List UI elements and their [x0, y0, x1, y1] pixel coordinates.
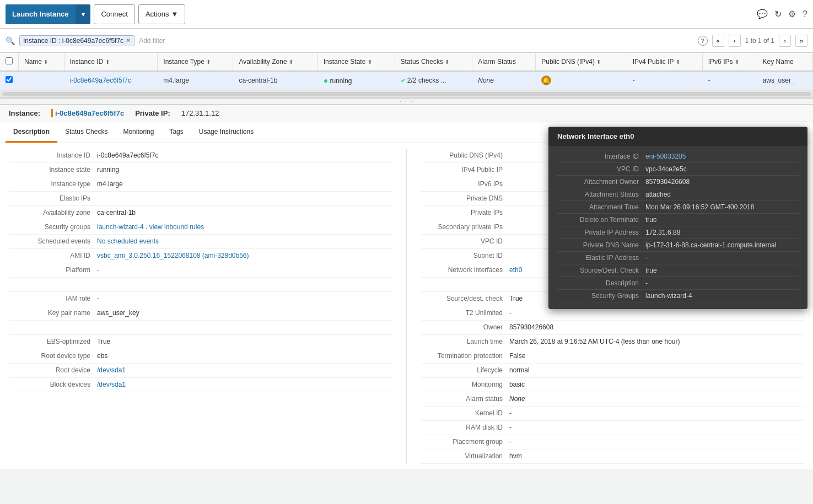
resize-handle[interactable]: · · ·: [0, 98, 813, 105]
desc-row-ami-id: AMI ID vsbc_ami_3.0.250.16_1522068108 (a…: [9, 249, 392, 263]
label-lifecycle: Lifecycle: [421, 366, 509, 374]
nic-row-attachment-status: Attachment Status attached: [557, 188, 799, 201]
label-vpc-id: VPC ID: [421, 237, 509, 245]
cell-public-dns: 🔔: [536, 71, 627, 90]
launch-instance-dropdown[interactable]: ▼: [76, 4, 91, 24]
cell-status-checks: ✔ 2/2 checks ...: [395, 71, 472, 90]
tab-tags[interactable]: Tags: [161, 122, 191, 143]
value-iam-role: -: [97, 295, 392, 302]
launch-instance-button-group[interactable]: Launch Instance ▼: [6, 4, 90, 24]
pagination-prev-button[interactable]: ‹: [729, 35, 741, 47]
value-termination-protection: False: [509, 352, 804, 360]
add-filter-button[interactable]: Add filter: [139, 37, 165, 45]
desc-row-key-pair: Key pair name aws_user_key: [9, 306, 392, 321]
table-row[interactable]: i-0c8e649a7ec6f5f7c m4.large ca-central-…: [0, 71, 813, 90]
nic-value-private-dns-name: ip-172-31-6-88.ca-central-1.compute.inte…: [645, 241, 799, 249]
label-ebs-optimized: EBS-optimized: [9, 338, 97, 345]
col-alarm-status[interactable]: Alarm Status: [472, 53, 536, 71]
connect-button[interactable]: Connect: [94, 4, 134, 24]
ami-link[interactable]: vsbc_ami_3.0.250.16_1522068108 (ami-328d…: [97, 252, 249, 259]
filter-bar: 🔍 Instance ID : i-0c8e649a7ec6f5f7c ✕ Ad…: [0, 29, 813, 53]
col-ipv4[interactable]: IPv4 Public IP ⬍: [627, 53, 702, 71]
nic-label-attachment-status: Attachment Status: [557, 191, 645, 198]
select-all-checkbox-cell[interactable]: [0, 53, 19, 71]
horizontal-scrollbar[interactable]: [0, 90, 813, 98]
label-t2-unlimited: T2 Unlimited: [421, 309, 509, 317]
label-platform: Platform: [9, 266, 97, 274]
label-instance-type: Instance type: [9, 180, 97, 188]
nic-row-attachment-time: Attachment Time Mon Mar 26 09:16:52 GMT-…: [557, 201, 799, 214]
label-key-pair: Key pair name: [9, 309, 97, 317]
security-group-link[interactable]: launch-wizard-4: [97, 223, 144, 231]
cell-alarm-status: None: [472, 71, 536, 90]
network-interface-link[interactable]: eth0: [509, 266, 522, 274]
chat-icon[interactable]: 💬: [757, 9, 768, 19]
tab-status-checks[interactable]: Status Checks: [57, 122, 115, 143]
launch-instance-button[interactable]: Launch Instance: [6, 4, 76, 24]
desc-row-root-device-type: Root device type ebs: [9, 349, 392, 364]
label-network-interfaces: Network interfaces: [421, 266, 509, 274]
cell-name: [19, 71, 64, 90]
label-ram-disk-id: RAM disk ID: [421, 424, 509, 431]
tab-description[interactable]: Description: [6, 122, 57, 143]
col-public-dns[interactable]: Public DNS (IPv4) ⬍: [536, 53, 627, 71]
tab-monitoring[interactable]: Monitoring: [115, 122, 161, 143]
nic-value-vpc-id: vpc-34ce2e5c: [645, 165, 799, 173]
nic-label-private-ip: Private IP Address: [557, 229, 645, 236]
value-root-device-type: ebs: [97, 352, 392, 360]
nic-value-description: -: [645, 279, 799, 287]
col-ipv6[interactable]: IPv6 IPs ⬍: [702, 53, 757, 71]
desc-row-scheduled-events: Scheduled events No scheduled events: [9, 235, 392, 249]
interface-id-link[interactable]: eni-50033205: [645, 153, 686, 160]
value-instance-id: i-0c8e649a7ec6f5f7c: [97, 151, 392, 159]
nic-value-source-dest-check: true: [645, 267, 799, 274]
nic-row-attachment-owner: Attachment Owner 857930426608: [557, 176, 799, 188]
desc-row-instance-state: Instance state running: [9, 163, 392, 177]
col-instance-state[interactable]: Instance State ⬍: [317, 53, 395, 71]
instance-id-value: i-0c8e649a7ec6f5f7c: [51, 109, 124, 117]
value-monitoring: basic: [509, 381, 804, 388]
nic-row-elastic-ip: Elastic IP Address -: [557, 252, 799, 264]
label-security-groups: Security groups: [9, 223, 97, 231]
tab-usage-instructions[interactable]: Usage Instructions: [191, 122, 261, 143]
refresh-icon[interactable]: ↻: [774, 9, 782, 19]
nic-row-private-ip: Private IP Address 172.31.6.88: [557, 226, 799, 239]
root-device-link[interactable]: /dev/sda1: [97, 366, 126, 374]
private-ip-value: 172.31.1.12: [181, 109, 219, 117]
block-devices-link[interactable]: /dev/sda1: [97, 381, 126, 388]
desc-row-lifecycle: Lifecycle normal: [421, 364, 804, 378]
pagination-next-button[interactable]: ›: [779, 35, 791, 47]
value-kernel-id: -: [509, 409, 804, 417]
view-inbound-rules-link[interactable]: view inbound rules: [149, 223, 204, 231]
row-checkbox[interactable]: [6, 76, 13, 83]
col-availability-zone[interactable]: Availability Zone ⬍: [233, 53, 317, 71]
label-kernel-id: Kernel ID: [421, 409, 509, 417]
label-placement-group: Placement group: [421, 438, 509, 446]
cell-az: ca-central-1b: [233, 71, 317, 90]
desc-row-alarm-status: Alarm status None: [421, 392, 804, 407]
pagination-first-button[interactable]: «: [712, 35, 724, 47]
nic-row-delete-on-terminate: Delete on Terminate true: [557, 214, 799, 226]
col-status-checks[interactable]: Status Checks ⬍: [395, 53, 472, 71]
help-icon[interactable]: ?: [803, 9, 807, 19]
help-circle-icon[interactable]: ?: [698, 36, 708, 46]
nic-label-elastic-ip: Elastic IP Address: [557, 254, 645, 262]
nic-value-interface-id: eni-50033205: [645, 153, 799, 160]
desc-row-ram-disk-id: RAM disk ID -: [421, 421, 804, 435]
desc-row-instance-type: Instance type m4.large: [9, 177, 392, 192]
desc-row-kernel-id: Kernel ID -: [421, 407, 804, 421]
col-name[interactable]: Name ⬍: [19, 53, 64, 71]
col-instance-id[interactable]: Instance ID ⬆: [64, 53, 158, 71]
pagination-last-button[interactable]: »: [795, 35, 807, 47]
filter-tag-close-icon[interactable]: ✕: [126, 37, 131, 44]
filter-right: ? « ‹ 1 to 1 of 1 › »: [698, 35, 807, 47]
col-key-name[interactable]: Key Name: [757, 53, 812, 71]
select-all-checkbox[interactable]: [6, 57, 13, 64]
scheduled-events-link[interactable]: No scheduled events: [97, 237, 159, 245]
row-checkbox-cell[interactable]: [0, 71, 19, 90]
label-owner: Owner: [421, 323, 509, 331]
actions-button[interactable]: Actions ▼: [138, 4, 186, 24]
settings-icon[interactable]: ⚙: [788, 9, 796, 19]
desc-row-root-device: Root device /dev/sda1: [9, 364, 392, 378]
col-instance-type[interactable]: Instance Type ⬍: [158, 53, 233, 71]
